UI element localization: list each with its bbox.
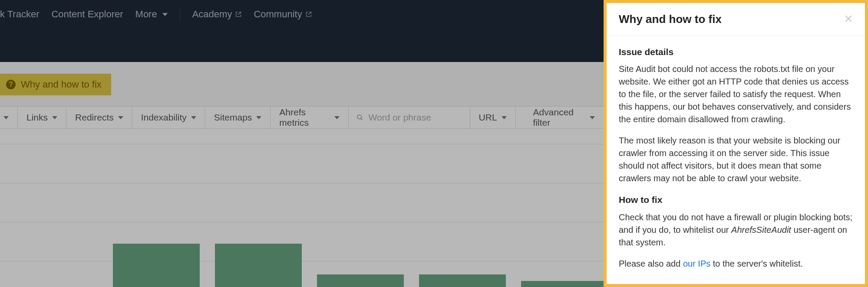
nav-content-explorer[interactable]: Content Explorer — [51, 9, 123, 20]
our-ips-link[interactable]: our IPs — [683, 259, 710, 268]
chevron-down-icon — [256, 116, 261, 119]
chevron-down-icon — [590, 116, 595, 119]
chart-bar — [113, 244, 200, 287]
nav-community-label: Community — [254, 9, 302, 20]
chevron-down-icon — [3, 116, 9, 119]
grid-line — [0, 183, 604, 183]
filter-bar: Links Redirects Indexability Sitemaps Ah… — [0, 106, 604, 129]
filter-ahrefs-metrics-label: Ahrefs metrics — [279, 107, 330, 128]
chevron-down-icon — [191, 116, 196, 119]
filter-ahrefs-metrics[interactable]: Ahrefs metrics — [271, 107, 348, 128]
nav-tracker-label: k Tracker — [0, 9, 39, 20]
help-panel-title: Why and how to fix — [619, 13, 722, 26]
filter-sitemaps-label: Sitemaps — [214, 112, 252, 123]
grid-line — [0, 261, 604, 261]
chevron-down-icon — [162, 13, 168, 16]
filter-indexability[interactable]: Indexability — [132, 107, 205, 128]
issue-details-p2: The most likely reason is that your webs… — [619, 134, 853, 185]
advanced-filter-label: Advanced filter — [533, 107, 585, 128]
help-panel-header: Why and how to fix — [607, 3, 865, 36]
how-to-fix-heading: How to fix — [619, 193, 853, 206]
svg-point-0 — [357, 115, 361, 119]
why-how-fix-button[interactable]: ? Why and how to fix — [0, 74, 111, 95]
search-icon — [356, 114, 363, 121]
filter-url-label: URL — [479, 112, 497, 123]
nav-content-explorer-label: Content Explorer — [51, 9, 123, 20]
external-link-icon — [235, 11, 241, 17]
nav-more-label: More — [135, 9, 157, 20]
nav-divider — [180, 8, 180, 21]
filter-url[interactable]: URL — [470, 107, 516, 128]
search-wrap — [349, 107, 470, 128]
close-button[interactable] — [844, 14, 853, 25]
nav-tracker[interactable]: k Tracker — [0, 9, 39, 20]
fix-p2-text-b: to the server's whitelist. — [710, 259, 803, 268]
how-to-fix-p1: Check that you do not have a firewall or… — [619, 211, 853, 249]
how-to-fix-p2: Please also add our IPs to the server's … — [619, 258, 853, 270]
chevron-down-icon — [502, 116, 507, 119]
help-panel: Why and how to fix Issue details Site Au… — [607, 3, 865, 284]
filter-sitemaps[interactable]: Sitemaps — [205, 107, 271, 128]
grid-line — [0, 144, 604, 144]
filter-links-label: Links — [26, 112, 48, 123]
chart-bar — [215, 244, 302, 287]
grid-line — [0, 222, 604, 222]
issue-details-heading: Issue details — [619, 46, 853, 59]
chart-area — [0, 129, 604, 287]
nav-community[interactable]: Community — [254, 9, 311, 20]
why-how-fix-label: Why and how to fix — [21, 79, 102, 90]
filter-links[interactable]: Links — [18, 107, 66, 128]
fix-p2-text-a: Please also add — [619, 259, 683, 268]
filter-redirects-label: Redirects — [75, 112, 114, 123]
chart-bar — [521, 281, 608, 287]
help-panel-body: Issue details Site Audit bot could not a… — [607, 36, 865, 284]
issue-details-p1: Site Audit bot could not access the robo… — [619, 63, 853, 126]
advanced-filter[interactable]: Advanced filter — [525, 107, 604, 128]
chevron-down-icon — [118, 116, 123, 119]
external-link-icon — [306, 11, 312, 17]
chevron-down-icon — [52, 116, 57, 119]
info-icon: ? — [6, 80, 16, 89]
search-input[interactable] — [369, 112, 462, 123]
fix-p1-ua: AhrefsSiteAudit — [731, 225, 791, 235]
top-nav: k Tracker Content Explorer More Academy … — [0, 0, 604, 62]
nav-academy-label: Academy — [192, 9, 232, 20]
svg-line-1 — [361, 118, 363, 120]
close-icon — [844, 14, 853, 23]
filter-leading[interactable] — [0, 107, 18, 128]
filter-redirects[interactable]: Redirects — [66, 107, 132, 128]
nav-more[interactable]: More — [135, 9, 168, 20]
filter-indexability-label: Indexability — [141, 112, 187, 123]
chart-bar — [419, 274, 506, 287]
nav-academy[interactable]: Academy — [192, 9, 242, 20]
chart-bar — [317, 274, 404, 287]
help-panel-frame: Why and how to fix Issue details Site Au… — [604, 0, 868, 287]
chevron-down-icon — [334, 116, 340, 119]
